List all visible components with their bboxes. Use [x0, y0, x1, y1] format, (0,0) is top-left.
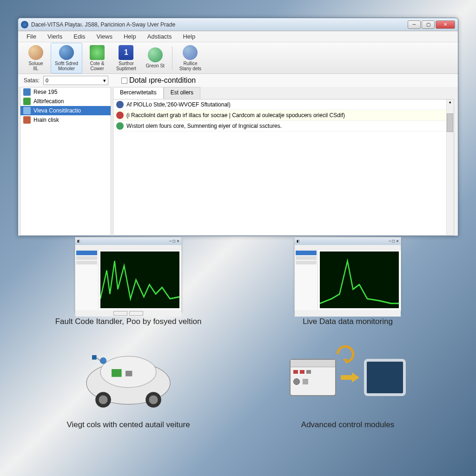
tool-surthor[interactable]: 1 Surthor Suptimert — [112, 43, 140, 73]
control-device — [290, 359, 336, 396]
feature-modules: Advanced control modules — [249, 340, 447, 430]
main-area: Rese 195 Alltirfecation Vleva Consitilra… — [18, 87, 458, 236]
scrollbar-thumb[interactable] — [447, 113, 453, 132]
checkbox-label: Dotal ıpre-contdition — [129, 76, 196, 85]
menu-file[interactable]: File — [22, 32, 41, 41]
tabs: Bercerwitetalts Est ollers — [113, 87, 454, 99]
tool-greon[interactable]: Greon St — [141, 45, 169, 71]
node-icon — [23, 88, 31, 96]
tool-rullice[interactable]: Rullice Stany dets — [175, 43, 205, 73]
mini-sidebar — [295, 250, 318, 310]
tree-item-rese[interactable]: Rese 195 — [20, 87, 111, 97]
module-illustration — [283, 340, 413, 415]
main-window: Dacel-VITSA Playtaı. JS88, Paricinion A-… — [18, 18, 458, 236]
svg-marker-12 — [341, 372, 359, 383]
person-icon — [23, 116, 31, 124]
minimize-button[interactable]: ─ — [408, 20, 421, 29]
svg-rect-8 — [92, 355, 97, 360]
maximize-button[interactable]: ▢ — [422, 20, 435, 29]
feature-fault-code: ◧─ ▢ ✕ Fault Code Itandler, Poo by fosye… — [30, 237, 227, 326]
list-row[interactable]: Af PlOLLo Stde,'260-WVOEF Sftutational) — [113, 99, 454, 110]
node-icon — [23, 98, 31, 105]
feature-label: Viegt cols with cented autail veiture — [66, 420, 190, 430]
titlebar[interactable]: Dacel-VITSA Playtaı. JS88, Paricinion A-… — [18, 18, 458, 31]
features-grid: ◧─ ▢ ✕ Fault Code Itandler, Poo by fosye… — [0, 228, 476, 453]
window-title: Dacel-VITSA Playtaı. JS88, Paricinion A-… — [31, 21, 408, 28]
mini-chart — [100, 251, 179, 308]
chevron-down-icon: ▾ — [103, 78, 106, 84]
fault-code-thumbnail: ◧─ ▢ ✕ — [75, 237, 182, 311]
toolbar: Soluue 8L Softt Sdred Monoler Cote & Cow… — [18, 42, 458, 74]
network-icon — [90, 45, 105, 60]
tab-bercer[interactable]: Bercerwitetalts — [113, 87, 164, 99]
svg-point-9 — [100, 357, 106, 364]
feature-label: Advanced control modules — [301, 420, 394, 430]
scrollbar[interactable]: ▴ — [446, 99, 454, 235]
list-row[interactable]: (i Raccliolnt darrt grab irf illacs for … — [113, 110, 454, 121]
display-device — [364, 359, 406, 396]
satas-label: Satas: — [24, 77, 40, 84]
cluster-icon — [183, 45, 198, 60]
window-controls: ─ ▢ ✕ — [408, 20, 455, 29]
info-icon — [116, 101, 124, 108]
calendar-icon: 1 — [119, 45, 133, 60]
svg-point-5 — [99, 395, 107, 404]
menu-edis[interactable]: Edis — [69, 32, 90, 41]
tree-item-alltir[interactable]: Alltirfecation — [20, 97, 111, 106]
feature-label: Fault Code Itandler, Poo by fosyed velti… — [55, 317, 202, 326]
warning-icon — [116, 112, 124, 119]
globe-icon — [116, 122, 124, 130]
feature-label: Live Data data monitoring — [303, 317, 393, 326]
content-list: Af PlOLLo Stde,'260-WVOEF Sftutational) … — [113, 99, 454, 236]
vehicle-illustration — [68, 340, 189, 415]
menu-help2[interactable]: Help — [178, 32, 200, 41]
checkbox-wrap[interactable]: Dotal ıpre-contdition — [121, 76, 196, 85]
globe-icon — [59, 45, 74, 60]
mini-titlebar: ◧─ ▢ ✕ — [295, 238, 401, 245]
live-data-thumbnail: ◧─ ▢ ✕ — [294, 237, 401, 311]
svg-rect-3 — [126, 371, 132, 377]
content: Bercerwitetalts Est ollers Af PlOLLo Std… — [113, 87, 454, 236]
globe-icon — [28, 45, 43, 60]
tool-cote[interactable]: Cote & Cower — [83, 43, 111, 73]
svg-line-10 — [96, 357, 100, 361]
menu-views[interactable]: Views — [92, 32, 117, 41]
feature-live-data: ◧─ ▢ ✕ Live Data data monitoring — [249, 237, 447, 326]
mini-sidebar — [75, 250, 99, 310]
list-row[interactable]: Wıstort olem fours core, Sumnenting eiye… — [113, 121, 454, 132]
checkbox[interactable] — [121, 78, 127, 84]
menu-vierls[interactable]: Vierls — [43, 32, 67, 41]
mini-titlebar: ◧─ ▢ ✕ — [75, 238, 181, 245]
mini-chart — [320, 251, 399, 308]
tab-estollers[interactable]: Est ollers — [164, 87, 200, 99]
close-button[interactable]: ✕ — [436, 20, 455, 29]
feature-vehicle: Viegt cols with cented autail veiture — [30, 340, 227, 430]
tool-monitor[interactable]: Softt Sdred Monoler — [51, 43, 82, 73]
svg-point-7 — [149, 395, 158, 404]
app-icon — [21, 21, 28, 28]
satas-dropdown[interactable]: 0 ▾ — [43, 76, 108, 85]
controls-row: Satas: 0 ▾ Dotal ıpre-contdition — [18, 74, 458, 87]
tool-soluue[interactable]: Soluue 8L — [22, 43, 50, 73]
cylinder-icon — [148, 47, 163, 62]
menubar: File Vierls Edis Views Help Adstiacts He… — [18, 31, 458, 42]
svg-rect-2 — [112, 369, 122, 377]
menu-adstiacts[interactable]: Adstiacts — [143, 32, 177, 41]
sidebar: Rese 195 Alltirfecation Vleva Consitilra… — [20, 87, 111, 236]
menu-help[interactable]: Help — [119, 32, 141, 41]
tree-item-vleva[interactable]: Vleva Consitilractio — [20, 106, 111, 115]
tree-item-hain[interactable]: Hıain clisk — [20, 115, 111, 125]
node-icon — [23, 107, 31, 114]
scroll-up-icon[interactable]: ▴ — [447, 99, 454, 106]
